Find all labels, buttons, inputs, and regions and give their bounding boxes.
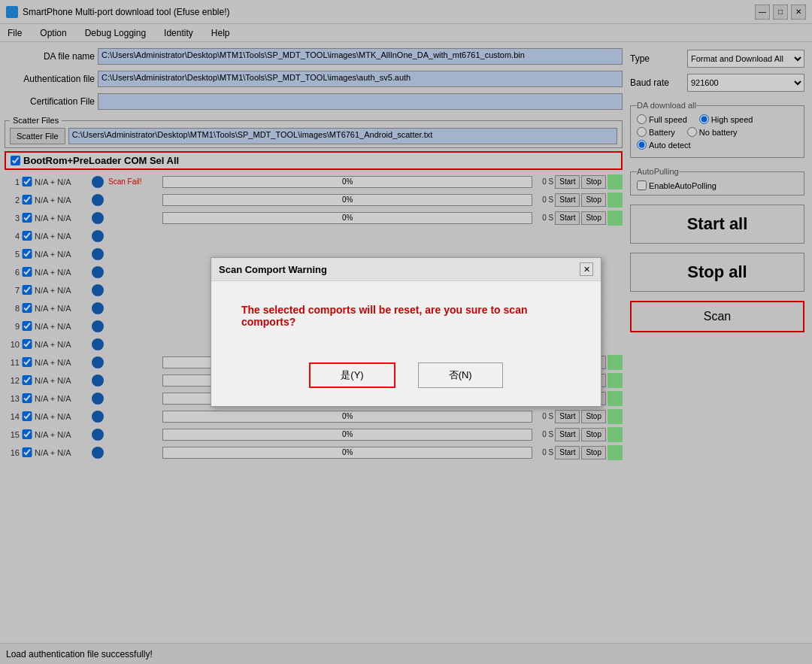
dialog-buttons: 是(Y) 否(N) [211,350,601,406]
dialog: Scan Comport Warning ✕ The selected comp… [211,257,601,407]
dialog-body: The selected comports will be reset, are… [211,281,601,350]
dialog-title-bar: Scan Comport Warning ✕ [211,258,601,281]
dialog-yes-button[interactable]: 是(Y) [309,362,395,388]
dialog-title: Scan Comport Warning [219,264,327,275]
dialog-close-button[interactable]: ✕ [580,262,593,276]
dialog-message: The selected comports will be reset, are… [241,304,527,328]
dialog-no-button[interactable]: 否(N) [418,362,503,388]
dialog-overlay: Scan Comport Warning ✕ The selected comp… [0,0,812,664]
